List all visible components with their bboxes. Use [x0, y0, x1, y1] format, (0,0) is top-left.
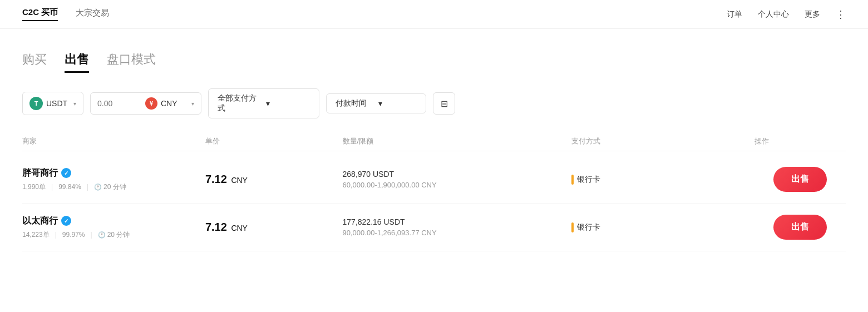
header-merchant: 商家 — [22, 136, 205, 146]
merchant-stats-0: 1,990单 | 99.84% | 🕐 20 分钟 — [22, 182, 205, 192]
navbar: C2C 买币 大宗交易 订单 个人中心 更多 ⋮ — [0, 0, 868, 29]
table-row: 以太商行 ✓ 14,223单 | 99.97% | 🕐 20 分钟 7.12 C… — [22, 204, 846, 251]
payment-bar-0 — [571, 175, 574, 185]
qty-usdt-0: 268,970 USDT — [343, 170, 571, 179]
qty-usdt-1: 177,822.16 USDT — [343, 217, 571, 226]
sep2-0: | — [87, 183, 88, 191]
price-currency-0: CNY — [231, 176, 248, 185]
qty-cny-0: 60,000.00-1,900,000.00 CNY — [343, 181, 571, 189]
header-action: 操作 — [754, 136, 846, 146]
time-value-0: 20 分钟 — [103, 182, 126, 192]
advanced-filter-button[interactable]: ⊟ — [433, 92, 455, 115]
header-quantity: 数量/限额 — [343, 136, 571, 146]
price-value-1: 7.12 — [205, 221, 227, 233]
time-stat-1: 🕐 20 分钟 — [98, 230, 130, 240]
payment-bar-1 — [571, 222, 574, 232]
sell-button-0[interactable]: 出售 — [773, 167, 827, 192]
rate-1: 99.97% — [62, 231, 85, 239]
sell-btn-container-0: 出售 — [754, 167, 846, 192]
order-count-0: 1,990单 — [22, 182, 46, 192]
nav-left: C2C 买币 大宗交易 — [22, 7, 109, 21]
cny-icon: ¥ — [145, 97, 157, 110]
verified-icon-0: ✓ — [61, 168, 71, 178]
usdt-icon: T — [29, 97, 43, 110]
rate-0: 99.84% — [58, 183, 81, 191]
nav-orders[interactable]: 订单 — [727, 9, 742, 19]
price-1: 7.12 CNY — [205, 221, 343, 234]
sep1-0: | — [51, 183, 53, 191]
sell-button-1[interactable]: 出售 — [773, 215, 827, 240]
merchant-name-text-1: 以太商行 — [22, 215, 58, 227]
coin-chevron-icon: ▾ — [73, 101, 76, 107]
table-row: 胖哥商行 ✓ 1,990单 | 99.84% | 🕐 20 分钟 7.12 CN… — [22, 156, 846, 204]
quantity-1: 177,822.16 USDT 90,000.00-1,266,093.77 C… — [343, 217, 571, 237]
filter-bar: T USDT ▾ ¥ CNY ▾ 全部支付方式 ▾ 付款时间 ▾ ⊟ — [22, 88, 846, 118]
header-payment: 支付方式 — [571, 136, 754, 146]
payment-label-0: 银行卡 — [577, 175, 600, 185]
merchant-stats-1: 14,223单 | 99.97% | 🕐 20 分钟 — [22, 230, 205, 240]
payment-filter-label: 全部支付方式 — [218, 93, 262, 113]
price-currency-1: CNY — [231, 224, 248, 232]
coin-selector[interactable]: T USDT ▾ — [22, 92, 83, 115]
merchant-name-text-0: 胖哥商行 — [22, 167, 58, 179]
merchant-name-1: 以太商行 ✓ — [22, 215, 205, 227]
nav-more-label[interactable]: 更多 — [805, 9, 820, 19]
trade-tabs: 购买 出售 盘口模式 — [22, 51, 846, 73]
price-value-0: 7.12 — [205, 173, 227, 185]
main-content: 购买 出售 盘口模式 T USDT ▾ ¥ CNY ▾ 全部支付方式 ▾ 付款时… — [0, 29, 868, 263]
verified-icon-1: ✓ — [61, 216, 71, 226]
currency-chevron-icon: ▾ — [191, 101, 194, 107]
nav-profile[interactable]: 个人中心 — [758, 9, 789, 19]
sell-btn-container-1: 出售 — [754, 215, 846, 240]
filter-icon: ⊟ — [441, 98, 448, 109]
qty-cny-1: 90,000.00-1,266,093.77 CNY — [343, 229, 571, 237]
header-price: 单价 — [205, 136, 343, 146]
time-value-1: 20 分钟 — [107, 230, 130, 240]
time-filter[interactable]: 付款时间 ▾ — [326, 93, 426, 113]
time-stat-0: 🕐 20 分钟 — [94, 182, 126, 192]
nav-tab-bulk[interactable]: 大宗交易 — [76, 8, 109, 21]
amount-filter: ¥ CNY ▾ — [90, 92, 201, 115]
clock-icon-1: 🕐 — [98, 231, 106, 239]
tab-orderbook[interactable]: 盘口模式 — [107, 51, 156, 73]
nav-tab-c2c[interactable]: C2C 买币 — [22, 7, 58, 21]
sep1-1: | — [55, 231, 57, 239]
sep2-1: | — [91, 231, 92, 239]
merchant-info-1: 以太商行 ✓ 14,223单 | 99.97% | 🕐 20 分钟 — [22, 215, 205, 240]
amount-input[interactable] — [97, 99, 142, 108]
coin-label: USDT — [46, 99, 67, 108]
payment-chevron-icon: ▾ — [266, 99, 310, 108]
merchant-info-0: 胖哥商行 ✓ 1,990单 | 99.84% | 🕐 20 分钟 — [22, 167, 205, 192]
table-header: 商家 单价 数量/限额 支付方式 操作 — [22, 132, 846, 151]
time-filter-label: 付款时间 — [336, 98, 374, 108]
table-body: 胖哥商行 ✓ 1,990单 | 99.84% | 🕐 20 分钟 7.12 CN… — [22, 156, 846, 251]
payment-label-1: 银行卡 — [577, 222, 600, 232]
payment-filter[interactable]: 全部支付方式 ▾ — [208, 88, 319, 118]
merchant-name-0: 胖哥商行 ✓ — [22, 167, 205, 179]
price-0: 7.12 CNY — [205, 173, 343, 186]
time-chevron-icon: ▾ — [378, 99, 417, 108]
order-count-1: 14,223单 — [22, 230, 50, 240]
payment-method-1: 银行卡 — [571, 222, 754, 232]
nav-right: 订单 个人中心 更多 ⋮ — [727, 8, 846, 21]
tab-buy[interactable]: 购买 — [22, 51, 47, 73]
clock-icon-0: 🕐 — [94, 184, 102, 191]
quantity-0: 268,970 USDT 60,000.00-1,900,000.00 CNY — [343, 170, 571, 189]
tab-sell[interactable]: 出售 — [65, 51, 89, 73]
currency-label: CNY — [161, 99, 177, 108]
nav-more-icon[interactable]: ⋮ — [836, 8, 846, 21]
payment-method-0: 银行卡 — [571, 175, 754, 185]
